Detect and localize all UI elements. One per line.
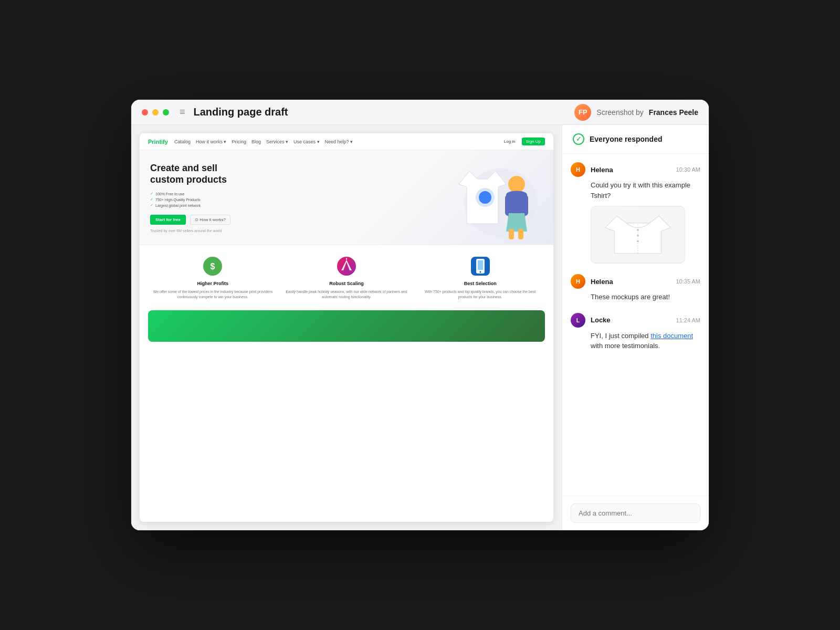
- document-link[interactable]: this document: [650, 332, 693, 340]
- app-window: ≡ Landing page draft FP Screenshot by Fr…: [131, 100, 709, 530]
- trusted-text: Trusted by over 6M sellers around the wo…: [150, 229, 543, 233]
- profits-icon-container: $: [202, 256, 223, 277]
- feature-robust-scaling: Robust Scaling Easily handle peak holida…: [284, 256, 410, 300]
- selection-icon: [470, 256, 491, 277]
- scaling-title: Robust Scaling: [284, 281, 410, 286]
- printify-nav-items: Catalog How it works ▾ Pricing Blog Serv…: [174, 139, 353, 144]
- comment-name-helena-2: Helena: [591, 278, 671, 286]
- screenshot-author: Frances Peele: [649, 108, 698, 117]
- comment-text-after-locke: with more testimonials.: [591, 342, 660, 350]
- comments-panel: ✓ Everyone responded H Helena 10:30 AM C…: [562, 125, 709, 530]
- comment-body-helena-2: These mockups are great!: [571, 292, 700, 302]
- close-button[interactable]: [142, 109, 148, 116]
- svg-text:$: $: [211, 262, 215, 271]
- selection-title: Best Selection: [417, 281, 543, 286]
- comment-time-helena-2: 10:35 AM: [676, 278, 700, 285]
- nav-how[interactable]: How it works ▾: [196, 139, 227, 144]
- svg-point-20: [637, 240, 639, 243]
- annotation-dot[interactable]: [479, 191, 491, 204]
- avatar-locke: L: [571, 313, 585, 328]
- profits-icon: $: [202, 256, 223, 277]
- start-free-button[interactable]: Start for free: [150, 215, 186, 225]
- screenshot-label: Screenshot by: [596, 108, 644, 117]
- comment-header-2: H Helena 10:35 AM: [571, 274, 700, 289]
- checkmark: ✓: [576, 135, 581, 143]
- features-section: $ Higher Profits We offer some of the lo…: [140, 245, 553, 310]
- how-it-works-button[interactable]: ⊙ How it works?: [190, 215, 230, 225]
- comment-name-helena-1: Helena: [591, 166, 671, 174]
- comment-time-helena-1: 10:30 AM: [676, 166, 700, 173]
- nav-buttons: Log in Sign Up: [501, 138, 545, 145]
- comment-helena-2: H Helena 10:35 AM These mockups are grea…: [571, 274, 700, 302]
- nav-help[interactable]: Need help? ▾: [325, 139, 353, 144]
- screenshot-by: FP Screenshot by Frances Peele: [574, 104, 698, 121]
- comment-helena-1: H Helena 10:30 AM Could you try it with …: [571, 162, 700, 264]
- nav-use-cases[interactable]: Use cases ▾: [293, 139, 320, 144]
- profits-title: Higher Profits: [150, 281, 276, 286]
- comment-body-helena-1: Could you try it with this example Tshir…: [571, 180, 700, 264]
- scaling-icon: [336, 256, 357, 277]
- everyone-responded-text: Everyone responded: [590, 135, 663, 143]
- comment-text-helena-1: Could you try it with this example Tshir…: [591, 181, 690, 200]
- avatar-helena-1: H: [571, 162, 585, 177]
- comment-time-locke: 11:24 AM: [676, 317, 700, 323]
- feature-higher-profits: $ Higher Profits We offer some of the lo…: [150, 256, 276, 300]
- comment-name-locke: Locke: [591, 316, 671, 324]
- everyone-responded-banner: ✓ Everyone responded: [562, 125, 709, 154]
- svg-rect-14: [478, 260, 483, 270]
- preview-panel: Printify Catalog How it works ▾ Pricing …: [131, 125, 562, 530]
- avatar-helena-2: H: [571, 274, 585, 289]
- profits-desc: We offer some of the lowest prices in th…: [150, 289, 276, 300]
- comment-input-area: [562, 496, 709, 530]
- selection-desc: With 750+ products and top quality brand…: [417, 289, 543, 300]
- avatar: FP: [574, 104, 591, 121]
- selection-icon-container: [470, 256, 491, 277]
- maximize-button[interactable]: [163, 109, 169, 116]
- traffic-lights: [142, 109, 169, 116]
- svg-point-18: [637, 229, 639, 231]
- website-preview: Printify Catalog How it works ▾ Pricing …: [140, 133, 553, 522]
- feature-network: Largest global print network: [150, 203, 543, 207]
- comment-header-1: H Helena 10:30 AM: [571, 162, 700, 177]
- scaling-icon-container: [336, 256, 357, 277]
- tshirt-preview-svg: [591, 206, 685, 264]
- comments-list: H Helena 10:30 AM Could you try it with …: [562, 154, 709, 496]
- nav-catalog[interactable]: Catalog: [174, 139, 191, 144]
- minimize-button[interactable]: [152, 109, 159, 116]
- nav-services[interactable]: Services ▾: [266, 139, 288, 144]
- check-circle-icon: ✓: [573, 133, 584, 145]
- main-content: Printify Catalog How it works ▾ Pricing …: [131, 125, 709, 530]
- hero-section: Create and sellcustom products 100% Free…: [140, 150, 553, 245]
- svg-point-19: [637, 235, 639, 237]
- title-bar: ≡ Landing page draft FP Screenshot by Fr…: [131, 100, 709, 125]
- signup-button[interactable]: Sign Up: [522, 138, 545, 145]
- hero-headline: Create and sellcustom products: [150, 163, 543, 185]
- bottom-green-section: [148, 310, 545, 342]
- hero-buttons: Start for free ⊙ How it works?: [150, 215, 543, 225]
- page-title: Landing page draft: [194, 106, 575, 118]
- comment-text-helena-2: These mockups are great!: [591, 293, 670, 301]
- login-button[interactable]: Log in: [501, 138, 519, 145]
- comment-header-locke: L Locke 11:24 AM: [571, 313, 700, 328]
- nav-blog[interactable]: Blog: [251, 139, 261, 144]
- feature-best-selection: Best Selection With 750+ products and to…: [417, 256, 543, 300]
- comment-locke: L Locke 11:24 AM FYI, I just compiled th…: [571, 313, 700, 351]
- scaling-desc: Easily handle peak holiday seasons, with…: [284, 289, 410, 300]
- comment-text-before-locke: FYI, I just compiled: [591, 332, 650, 340]
- menu-icon[interactable]: ≡: [180, 107, 185, 118]
- nav-pricing[interactable]: Pricing: [232, 139, 246, 144]
- printify-logo: Printify: [148, 139, 168, 145]
- svg-point-15: [479, 271, 481, 273]
- comment-body-locke: FYI, I just compiled this document with …: [571, 331, 700, 351]
- tshirt-attachment: [591, 206, 685, 264]
- printify-nav: Printify Catalog How it works ▾ Pricing …: [140, 133, 553, 150]
- comment-input[interactable]: [571, 503, 700, 523]
